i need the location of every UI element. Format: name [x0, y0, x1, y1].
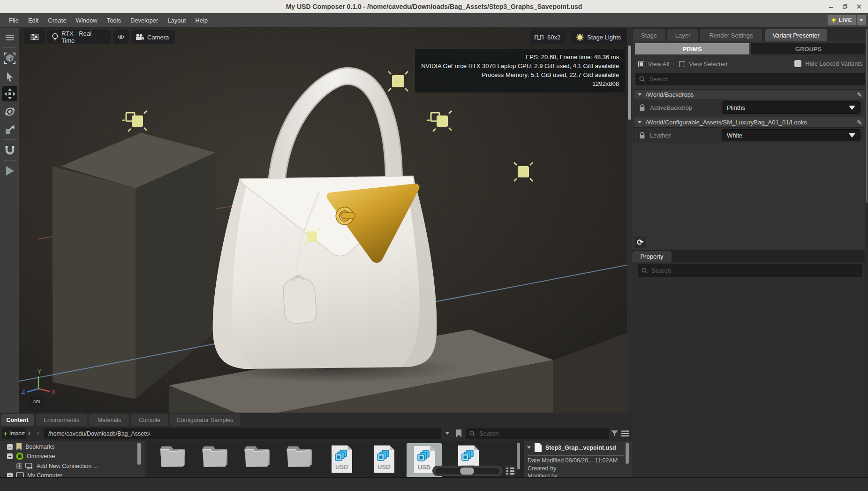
select-tool[interactable] [2, 69, 17, 84]
scrollbar-thumb[interactable] [866, 29, 868, 203]
live-dropdown-button[interactable] [857, 15, 866, 25]
scrollbar-thumb[interactable] [628, 46, 631, 120]
stats-memory: Process Memory: 5.1 GiB used, 22.7 GiB a… [421, 70, 619, 79]
variant-group-header[interactable]: /World/Configurable_Assets/SM_LuxuryBag_… [633, 117, 867, 128]
tree-item-my-computer[interactable]: – My Computer [7, 471, 62, 477]
camera-icon [136, 34, 144, 40]
stage-lights-button[interactable]: Stage Lights [571, 30, 627, 44]
lock-icon[interactable] [639, 104, 645, 111]
viewport-settings-button[interactable] [24, 30, 45, 44]
edit-pencil-icon[interactable]: ✎ [857, 119, 862, 126]
property-search-input[interactable] [650, 267, 859, 275]
path-breadcrumb[interactable]: /home/cavedu/Downloads/Bag_Assets/ [44, 428, 441, 439]
menu-window[interactable]: Window [71, 15, 101, 26]
property-search[interactable] [638, 264, 862, 277]
menu-create[interactable]: Create [44, 15, 70, 26]
close-icon[interactable] [854, 1, 864, 12]
lock-icon[interactable] [639, 132, 645, 139]
folder-tile[interactable] [199, 445, 230, 477]
checkbox-checked-icon [638, 61, 644, 67]
tab-layer[interactable]: Layer [667, 29, 698, 41]
tab-variant-presenter[interactable]: Variant Presenter [765, 29, 827, 41]
scrollbar-thumb[interactable] [137, 443, 141, 465]
tab-property[interactable]: Property [632, 251, 672, 262]
folder-tile[interactable] [157, 445, 188, 477]
tree-item-omniverse[interactable]: – Omniverse [7, 452, 55, 460]
details-header[interactable]: Step3_Grap...vepoint.usd [527, 443, 616, 452]
rotate-tool[interactable] [2, 104, 17, 119]
variant-prop-label: Leather [650, 132, 671, 139]
right-panel-scrollbar[interactable] [865, 28, 868, 477]
collapse-icon[interactable]: – [7, 453, 13, 459]
tab-console[interactable]: Console [131, 414, 168, 426]
snap-tool[interactable] [2, 142, 17, 158]
tab-materials[interactable]: Materials [89, 414, 129, 426]
refresh-button[interactable]: ⟳ [634, 237, 646, 248]
thumbnail-size-slider[interactable] [432, 466, 503, 476]
tab-content[interactable]: Content [1, 414, 34, 426]
groups-button[interactable]: GROUPS [751, 43, 866, 54]
bookmark-button[interactable] [453, 428, 464, 439]
filter-button[interactable] [610, 428, 619, 439]
variant-row: Leather White [633, 128, 867, 143]
expand-icon[interactable]: + [16, 463, 22, 469]
frame-selection-tool[interactable] [2, 50, 17, 66]
tab-configurator-samples[interactable]: Configurator Samples [170, 414, 240, 426]
import-button[interactable]: + Import [2, 428, 26, 439]
usd-file-tile[interactable]: USD [326, 445, 357, 477]
divider [632, 56, 868, 56]
toolbar-menu-button[interactable] [2, 30, 17, 45]
camera-selector[interactable]: Camera [131, 30, 175, 44]
view-selected-label: View Selected [689, 61, 727, 68]
view-all-checkbox[interactable]: View All [638, 61, 669, 68]
hide-locked-variants-checkbox[interactable]: Hide Locked Variants [794, 60, 863, 67]
folder-tile[interactable] [284, 445, 315, 477]
maximize-button[interactable] [840, 1, 850, 12]
variant-value-dropdown[interactable]: White [722, 129, 860, 141]
visibility-button[interactable] [113, 30, 129, 44]
live-sync-button[interactable]: LIVE [828, 15, 856, 25]
menu-tools[interactable]: Tools [103, 15, 125, 26]
content-search-input[interactable] [478, 430, 605, 437]
collapse-icon[interactable]: – [7, 473, 13, 477]
scrollbar-thumb[interactable] [626, 443, 629, 464]
nav-forward-button[interactable]: › [37, 428, 39, 439]
viewport-3d[interactable]: Y Z X RTX - Real-Time Camera 60x2 Stage … [19, 28, 627, 413]
slider-handle[interactable] [460, 468, 474, 475]
edit-pencil-icon[interactable]: ✎ [857, 91, 862, 99]
toolbar-divider [3, 139, 16, 140]
variant-group-header[interactable]: /World/Backdrops ✎ [633, 89, 867, 100]
collapse-icon[interactable]: – [7, 444, 13, 450]
tab-stage[interactable]: Stage [633, 29, 665, 41]
menu-help[interactable]: Help [191, 15, 212, 26]
menu-file[interactable]: File [5, 15, 23, 26]
scrollbar-thumb[interactable] [517, 443, 520, 469]
tree-item-add-connection[interactable]: + Add New Connection ... [16, 462, 98, 470]
path-dropdown-button[interactable] [443, 428, 452, 439]
view-selected-checkbox[interactable]: View Selected [679, 61, 727, 68]
camera-label: Camera [147, 34, 169, 41]
nav-back-button[interactable]: ‹ [28, 428, 31, 439]
prims-button[interactable]: PRIMS [635, 43, 749, 54]
content-search[interactable] [466, 428, 609, 439]
tab-render-settings[interactable]: Render Settings [700, 29, 762, 41]
folder-tile[interactable] [242, 445, 272, 477]
resolution-scale-button[interactable]: 60x2 [530, 30, 566, 44]
move-tool[interactable] [2, 86, 17, 101]
minimize-button[interactable] [826, 1, 836, 12]
variant-search-input[interactable] [648, 75, 861, 83]
usd-file-tile[interactable]: USD [369, 445, 400, 477]
view-options-button[interactable] [620, 428, 630, 439]
tree-item-bookmarks[interactable]: – Bookmarks [7, 443, 55, 451]
scale-tool[interactable] [2, 122, 17, 137]
menu-developer[interactable]: Developer [126, 15, 162, 26]
panel-splitter[interactable] [627, 28, 632, 413]
menu-layout[interactable]: Layout [163, 15, 190, 26]
list-view-toggle[interactable] [505, 465, 516, 476]
variant-value-dropdown[interactable]: Plinths [722, 101, 860, 114]
play-button[interactable] [2, 163, 17, 178]
variant-search[interactable] [635, 73, 865, 85]
menu-edit[interactable]: Edit [24, 15, 43, 26]
renderer-selector[interactable]: RTX - Real-Time [47, 30, 111, 44]
tab-environments[interactable]: Environments [36, 414, 87, 426]
